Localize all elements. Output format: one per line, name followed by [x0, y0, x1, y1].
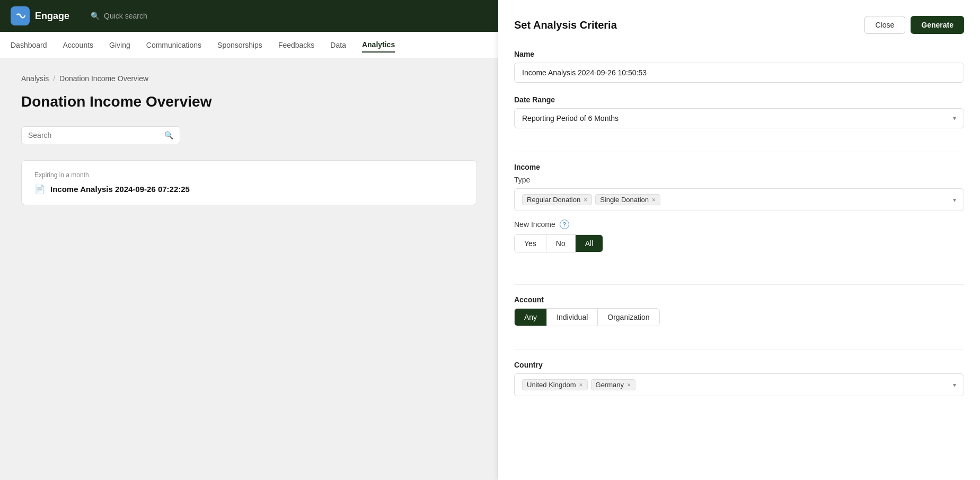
new-income-no-button[interactable]: No: [546, 235, 576, 252]
nav-item-dashboard[interactable]: Dashboard: [11, 38, 47, 52]
date-range-label: Date Range: [514, 95, 964, 104]
type-select[interactable]: Regular Donation × Single Donation × ▾: [514, 188, 964, 211]
app-name: Engage: [35, 11, 69, 22]
tag-single-label: Single Donation: [600, 196, 649, 204]
chevron-down-icon: ▾: [953, 381, 956, 389]
page-title: Donation Income Overview: [21, 93, 477, 110]
tag-united-kingdom[interactable]: United Kingdom ×: [522, 379, 588, 390]
tag-germany-remove[interactable]: ×: [627, 381, 631, 389]
country-select[interactable]: United Kingdom × Germany × ▾: [514, 373, 964, 396]
search-input[interactable]: [28, 131, 160, 139]
logo-icon: [11, 6, 30, 25]
date-range-value: Reporting Period of 6 Months: [522, 114, 619, 123]
country-section: Country United Kingdom × Germany × ▾: [514, 361, 964, 396]
new-income-toggle-group: Yes No All: [514, 234, 603, 252]
section-divider-2: [514, 284, 964, 285]
secondary-nav: Dashboard Accounts Giving Communications…: [0, 32, 498, 58]
tag-uk-remove[interactable]: ×: [579, 381, 583, 389]
panel-header: Set Analysis Criteria Close Generate: [514, 16, 964, 34]
income-label: Income: [514, 163, 964, 171]
search-icon: 🔍: [164, 131, 173, 139]
analysis-item[interactable]: 📄 Income Analysis 2024-09-26 07:22:25: [34, 184, 464, 194]
nav-item-feedbacks[interactable]: Feedbacks: [278, 38, 314, 52]
new-income-label-row: New Income ?: [514, 220, 964, 229]
date-range-section: Date Range Reporting Period of 6 Months …: [514, 95, 964, 128]
tag-germany-label: Germany: [596, 381, 624, 389]
income-section: Income Type Regular Donation × Single Do…: [514, 163, 964, 261]
country-label: Country: [514, 361, 964, 369]
account-label: Account: [514, 295, 964, 304]
top-nav: Engage 🔍 Quick search: [0, 0, 498, 32]
tag-regular-label: Regular Donation: [527, 196, 580, 204]
name-label: Name: [514, 50, 964, 58]
account-section: Account Any Individual Organization: [514, 295, 964, 326]
header-buttons: Close Generate: [864, 16, 965, 34]
tag-single-remove[interactable]: ×: [652, 196, 656, 204]
nav-item-data[interactable]: Data: [330, 38, 346, 52]
tag-uk-label: United Kingdom: [527, 381, 576, 389]
new-income-yes-button[interactable]: Yes: [515, 235, 546, 252]
search-bar[interactable]: 🔍: [21, 126, 180, 144]
logo-area: Engage: [11, 6, 69, 25]
left-panel: Engage 🔍 Quick search Dashboard Accounts…: [0, 0, 498, 480]
tag-single-donation[interactable]: Single Donation ×: [595, 194, 660, 205]
analysis-card: Expiring in a month 📄 Income Analysis 20…: [21, 160, 477, 205]
type-label: Type: [514, 176, 964, 184]
help-icon: ?: [560, 220, 569, 229]
tag-germany[interactable]: Germany ×: [591, 379, 635, 390]
breadcrumb: Analysis / Donation Income Overview: [21, 74, 477, 83]
nav-item-sponsorships[interactable]: Sponsorships: [217, 38, 262, 52]
section-divider: [514, 152, 964, 152]
new-income-all-button[interactable]: All: [576, 235, 603, 252]
search-placeholder-text: Quick search: [104, 12, 147, 20]
account-toggle-group: Any Individual Organization: [514, 308, 660, 326]
main-content: Analysis / Donation Income Overview Dona…: [0, 58, 498, 480]
breadcrumb-parent[interactable]: Analysis: [21, 74, 49, 83]
tag-regular-donation[interactable]: Regular Donation ×: [522, 194, 592, 205]
document-icon: 📄: [34, 184, 45, 194]
nav-item-analytics[interactable]: Analytics: [362, 38, 395, 53]
tag-regular-remove[interactable]: ×: [584, 196, 587, 204]
search-area[interactable]: 🔍 Quick search: [91, 12, 147, 20]
search-icon: 🔍: [91, 12, 100, 20]
account-any-button[interactable]: Any: [515, 309, 547, 326]
account-individual-button[interactable]: Individual: [547, 309, 598, 326]
analysis-name: Income Analysis 2024-09-26 07:22:25: [50, 185, 190, 194]
name-input[interactable]: [514, 63, 964, 83]
nav-item-communications[interactable]: Communications: [146, 38, 201, 52]
breadcrumb-current: Donation Income Overview: [59, 74, 148, 83]
country-tags-container: United Kingdom × Germany ×: [522, 379, 953, 390]
type-tags-container: Regular Donation × Single Donation ×: [522, 194, 953, 205]
date-range-select[interactable]: Reporting Period of 6 Months ▾: [514, 108, 964, 128]
chevron-down-icon: ▾: [953, 115, 956, 122]
panel-title: Set Analysis Criteria: [514, 19, 617, 31]
nav-item-giving[interactable]: Giving: [109, 38, 130, 52]
breadcrumb-separator: /: [53, 74, 55, 83]
nav-item-accounts[interactable]: Accounts: [63, 38, 94, 52]
close-button[interactable]: Close: [864, 16, 906, 34]
chevron-down-icon: ▾: [953, 196, 956, 204]
name-section: Name: [514, 50, 964, 83]
section-divider-3: [514, 350, 964, 350]
account-organization-button[interactable]: Organization: [598, 309, 659, 326]
svg-point-0: [15, 15, 17, 17]
new-income-label: New Income: [514, 220, 555, 229]
expiring-label: Expiring in a month: [34, 171, 464, 179]
right-panel: Set Analysis Criteria Close Generate Nam…: [498, 0, 980, 480]
generate-button[interactable]: Generate: [911, 16, 964, 34]
